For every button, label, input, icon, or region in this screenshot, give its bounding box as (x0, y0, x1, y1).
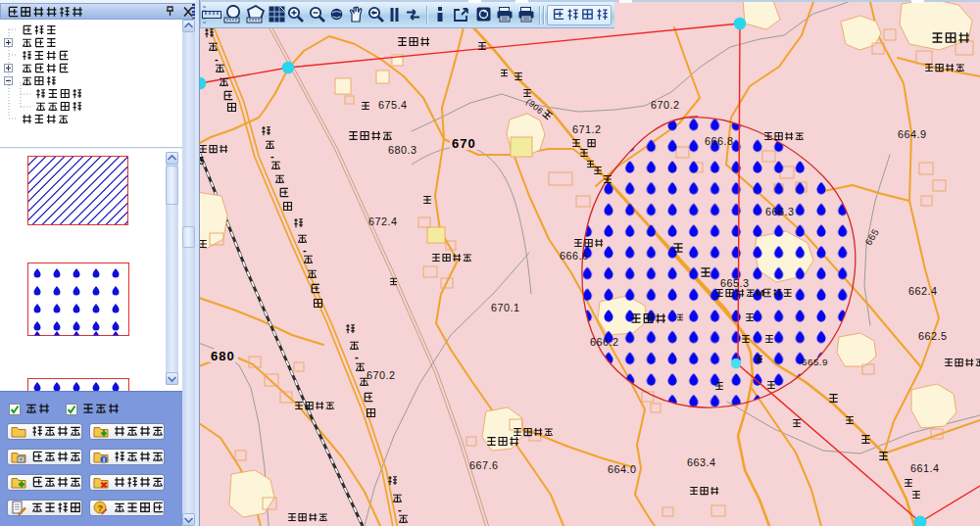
svg-text:664.9: 664.9 (898, 128, 927, 140)
svg-text:670.2: 670.2 (651, 99, 680, 111)
svg-text:675.4: 675.4 (378, 99, 408, 111)
svg-text:666.3: 666.3 (765, 206, 795, 217)
svg-text:670.1: 670.1 (491, 302, 520, 313)
svg-text:-: - (355, 351, 359, 362)
svg-text:665.9: 665.9 (802, 357, 828, 367)
svg-text:-: - (303, 244, 307, 256)
svg-text:666.8: 666.8 (705, 135, 734, 147)
svg-text:680: 680 (211, 349, 235, 363)
svg-text:i: i (103, 456, 105, 463)
svg-text:663.4: 663.4 (687, 456, 716, 468)
svg-text:672.4: 672.4 (368, 215, 398, 227)
svg-text:?: ? (98, 503, 104, 513)
svg-text:665.3: 665.3 (720, 277, 750, 289)
svg-text:667.6: 667.6 (469, 459, 499, 471)
svg-text:M: M (756, 287, 764, 298)
svg-text:661.4: 661.4 (910, 462, 940, 474)
svg-text:-: - (215, 53, 219, 65)
svg-text:671.2: 671.2 (572, 123, 602, 135)
svg-text:670.2: 670.2 (367, 369, 396, 381)
svg-text:664.0: 664.0 (608, 463, 637, 475)
svg-text:680.3: 680.3 (388, 144, 417, 156)
svg-text:670: 670 (452, 136, 476, 151)
svg-text:-: - (270, 150, 274, 162)
svg-text:666.6: 666.6 (560, 250, 589, 262)
svg-text:662.4: 662.4 (908, 285, 938, 297)
svg-text:662.5: 662.5 (918, 330, 948, 342)
svg-text:-: - (398, 503, 402, 515)
svg-text:666.2: 666.2 (590, 336, 619, 348)
